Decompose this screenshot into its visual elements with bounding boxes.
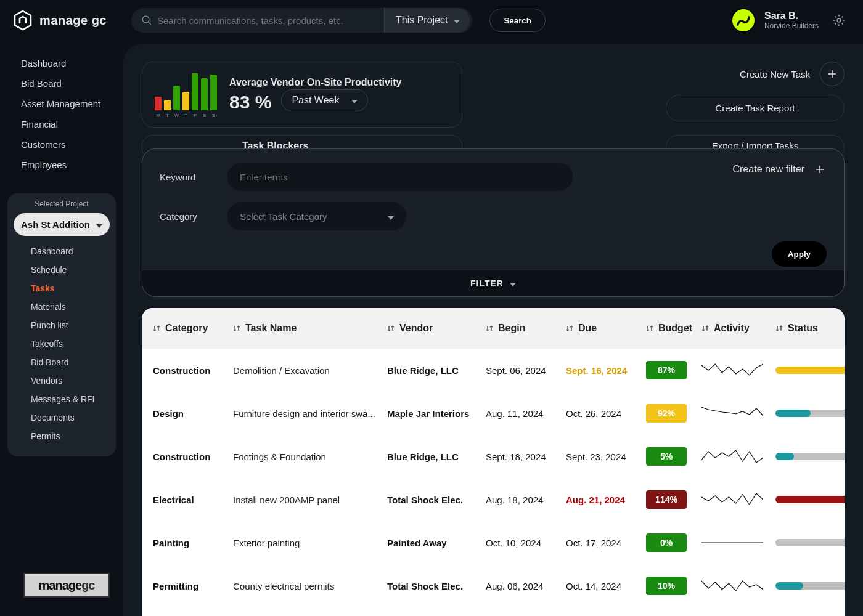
column-header-vendor[interactable]: Vendor	[387, 323, 486, 334]
main: MTWTFSS Average Vendor On-Site Productiv…	[123, 44, 863, 616]
table-row[interactable]: DesignFurniture design and interior swa.…	[142, 392, 845, 435]
table-row[interactable]: ConstructionDemolition / ExcavationBlue …	[142, 349, 845, 392]
cell-begin: Sept. 06, 2024	[486, 365, 566, 376]
project-nav-punch-list[interactable]: Punch list	[7, 316, 116, 334]
project-nav-documents[interactable]: Documents	[7, 408, 116, 427]
search-scope-select[interactable]: This Project	[384, 8, 470, 33]
sort-icon	[387, 324, 395, 333]
cell-activity	[701, 535, 775, 550]
kpi-bar	[192, 73, 198, 110]
filter-collapse-bar[interactable]: FILTER	[142, 270, 844, 296]
kpi-chart: MTWTFSS	[155, 71, 217, 118]
search-icon	[141, 15, 152, 26]
cell-category: Design	[153, 408, 233, 419]
cell-budget: 0%	[646, 533, 701, 552]
sidebar-item-dashboard[interactable]: Dashboard	[0, 53, 123, 73]
column-header-category[interactable]: Category	[153, 323, 233, 334]
column-header-begin[interactable]: Begin	[486, 323, 566, 334]
column-header-budget[interactable]: Budget	[646, 323, 701, 334]
table-body: ConstructionDemolition / ExcavationBlue …	[142, 349, 845, 616]
project-nav-permits[interactable]: Permits	[7, 427, 116, 445]
settings-button[interactable]	[832, 14, 846, 27]
table-row[interactable]: PermittingCounty electrical permitsTotal…	[142, 564, 845, 607]
create-new-task-button[interactable]	[820, 62, 845, 86]
kpi-day-label: S	[210, 113, 217, 118]
sort-icon	[486, 324, 493, 333]
search-button[interactable]: Search	[489, 9, 545, 32]
filter-keyword-input[interactable]	[240, 172, 560, 182]
cell-begin: Oct. 10, 2024	[486, 538, 566, 548]
sidebar-item-customers[interactable]: Customers	[0, 134, 123, 155]
sidebar-item-asset-management[interactable]: Asset Management	[0, 94, 123, 114]
column-header-activity[interactable]: Activity	[701, 323, 775, 334]
cell-activity	[701, 363, 775, 378]
table-row[interactable]: ConstructionFootings & FoundationBlue Ri…	[142, 435, 845, 478]
project-select[interactable]: Ash St Addition	[14, 213, 110, 236]
plus-icon	[814, 164, 825, 175]
sidebar-item-employees[interactable]: Employees	[0, 155, 123, 175]
create-task-report-button[interactable]: Create Task Report	[666, 95, 845, 121]
search-input[interactable]	[157, 15, 379, 26]
cell-due: Oct. 26, 2024	[566, 408, 646, 419]
selected-project-label: Selected Project	[7, 200, 116, 208]
create-new-filter-label: Create new filter	[733, 164, 805, 175]
cell-due: Sept. 23, 2024	[566, 452, 646, 462]
filter-category-label: Category	[160, 211, 227, 222]
table-row[interactable]: PlumbingSewer main line extensionHunter …	[142, 607, 845, 616]
cell-begin: Aug. 18, 2024	[486, 495, 566, 505]
cell-category: Electrical	[153, 495, 233, 505]
project-nav-bid-board[interactable]: Bid Board	[7, 353, 116, 371]
kpi-bar	[164, 100, 171, 110]
table-row[interactable]: PaintingExterior paintingPainted AwayOct…	[142, 521, 845, 564]
kpi-day-label: W	[173, 113, 180, 118]
project-nav-materials[interactable]: Materials	[7, 298, 116, 316]
filter-category-select[interactable]: Select Task Category	[227, 202, 406, 230]
column-header-status[interactable]: Status	[775, 323, 845, 334]
chevron-down-icon	[454, 15, 460, 26]
kpi-day-label: T	[182, 113, 189, 118]
cell-due: Oct. 17, 2024	[566, 538, 646, 548]
filter-apply-button[interactable]: Apply	[772, 241, 827, 267]
column-header-task-name[interactable]: Task Name	[233, 323, 387, 334]
project-select-value: Ash St Addition	[21, 219, 90, 230]
cell-activity	[701, 406, 775, 421]
cell-vendor: Maple Jar Interiors	[387, 408, 486, 419]
sort-icon	[233, 324, 240, 333]
chevron-down-icon	[96, 219, 102, 230]
cell-activity	[701, 492, 775, 507]
kpi-bar	[155, 97, 162, 110]
kpi-period-select[interactable]: Past Week	[281, 89, 368, 111]
cell-budget: 114%	[646, 490, 701, 509]
create-new-task: Create New Task	[740, 62, 845, 86]
brand-logo-icon	[12, 10, 33, 31]
project-nav-dashboard[interactable]: Dashboard	[7, 242, 116, 261]
cell-task-name: Footings & Foundation	[233, 452, 387, 462]
avatar[interactable]	[731, 8, 756, 33]
cell-budget: 87%	[646, 361, 701, 379]
cell-due: Oct. 14, 2024	[566, 581, 646, 591]
cell-category: Construction	[153, 452, 233, 462]
filter-card: Create new filter Keyword Category Selec…	[142, 148, 845, 297]
column-header-due[interactable]: Due	[566, 323, 646, 334]
project-nav-tasks[interactable]: Tasks	[7, 279, 116, 298]
sidebar-item-bid-board[interactable]: Bid Board	[0, 73, 123, 94]
project-nav-messages-rfi[interactable]: Messages & RFI	[7, 390, 116, 408]
cell-category: Permitting	[153, 581, 233, 591]
sidebar-item-financial[interactable]: Financial	[0, 114, 123, 134]
project-nav-schedule[interactable]: Schedule	[7, 261, 116, 279]
project-nav-takeoffs[interactable]: Takeoffs	[7, 334, 116, 353]
project-nav-vendors[interactable]: Vendors	[7, 371, 116, 390]
create-new-filter-button[interactable]	[813, 163, 827, 176]
avatar-icon	[735, 12, 751, 28]
kpi-bar	[182, 92, 189, 110]
cell-status	[775, 539, 845, 546]
cell-status	[775, 453, 845, 460]
footer-logo: managegc	[0, 561, 123, 616]
cell-status	[775, 582, 845, 590]
table-row[interactable]: ElectricalInstall new 200AMP panelTotal …	[142, 478, 845, 521]
chevron-down-icon	[510, 278, 516, 288]
sort-icon	[153, 324, 160, 333]
cell-task-name: Demolition / Excavation	[233, 365, 387, 376]
kpi-day-label: S	[201, 113, 208, 118]
user-block: Sara B. Norvide Builders	[731, 8, 846, 33]
